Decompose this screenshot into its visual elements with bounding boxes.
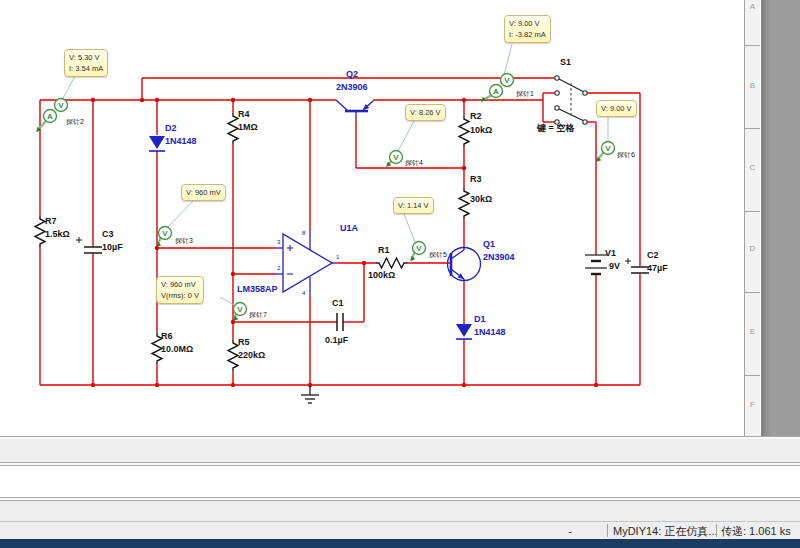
schematic-sheet[interactable]: V A V A V V: [0, 0, 745, 436]
label-r2-ref[interactable]: R2: [470, 112, 482, 121]
label-u1a-value[interactable]: LM358AP: [237, 285, 278, 294]
status-simulation-state: MyDIY14: 正在仿真...: [613, 526, 718, 537]
resistor-r3-symbol[interactable]: [459, 188, 469, 219]
probe-7[interactable]: V: [233, 303, 247, 322]
label-r5-value[interactable]: 220kΩ: [238, 351, 265, 360]
label-r4-value[interactable]: 1MΩ: [238, 123, 258, 132]
label-q1-ref[interactable]: Q1: [483, 240, 495, 249]
label-c1-value[interactable]: 0.1µF: [325, 336, 348, 345]
svg-text:V: V: [605, 144, 611, 153]
capacitor-c1-symbol[interactable]: [337, 313, 343, 331]
collapsed-panel[interactable]: [0, 439, 800, 462]
spreadsheet-view-panel[interactable]: [0, 466, 800, 497]
probe-6[interactable]: V: [596, 142, 615, 163]
probe-5-name[interactable]: 探针5: [429, 251, 447, 258]
label-s1-ref[interactable]: S1: [560, 58, 571, 67]
resistor-r4-symbol[interactable]: [228, 113, 238, 144]
probe-readout-line: I: 3.54 mA: [69, 63, 103, 74]
taskbar-edge: [0, 539, 800, 548]
ruler-letter-e: E: [745, 328, 760, 336]
ruler-letter-d: D: [745, 245, 760, 253]
label-v1-value[interactable]: 9V: [609, 262, 620, 271]
probe-1-name[interactable]: 探针1: [516, 90, 534, 97]
probe-3[interactable]: V: [156, 227, 172, 248]
label-c2-ref[interactable]: C2: [647, 251, 659, 260]
resistor-r1-symbol[interactable]: [376, 258, 407, 268]
label-d1-ref[interactable]: D1: [474, 315, 486, 324]
label-r7-ref[interactable]: R7: [45, 217, 57, 226]
label-r3-ref[interactable]: R3: [470, 175, 482, 184]
switch-s1-symbol[interactable]: [555, 76, 587, 124]
pin-number-vplus: 8: [302, 230, 305, 236]
label-r1-ref[interactable]: R1: [378, 246, 390, 255]
label-u1a-ref[interactable]: U1A: [340, 224, 358, 233]
probe-readout-line: V(rms): 0 V: [161, 290, 199, 301]
label-d2-ref[interactable]: D2: [165, 124, 177, 133]
label-d1-value[interactable]: 1N4148: [474, 328, 506, 337]
probe-3-readout[interactable]: V: 960 mV: [181, 184, 226, 201]
label-r7-value[interactable]: 1.5kΩ: [45, 230, 70, 239]
probe-7-name[interactable]: 探针7: [249, 311, 267, 318]
label-c3-ref[interactable]: C3: [102, 230, 114, 239]
probe-readout-line: I: -3.82 mA: [509, 29, 546, 40]
probe-7-readout[interactable]: V: 960 mV V(rms): 0 V: [156, 276, 204, 304]
probe-4[interactable]: V: [386, 151, 403, 168]
probe-5-readout[interactable]: V: 1.14 V: [393, 197, 434, 214]
resistor-r7-symbol[interactable]: [35, 216, 45, 247]
transistor-q1-symbol[interactable]: [448, 248, 481, 282]
resistor-r2-symbol[interactable]: [459, 116, 469, 147]
pin-number-output: 1: [336, 254, 339, 260]
diode-d2-symbol[interactable]: [149, 136, 165, 151]
label-r1-value[interactable]: 100kΩ: [368, 271, 395, 280]
probe-3-name[interactable]: 探针3: [175, 237, 193, 244]
label-r2-value[interactable]: 10kΩ: [470, 126, 492, 135]
probe-6-name[interactable]: 探针6: [617, 151, 635, 158]
probe-1-readout[interactable]: V: 9.00 V I: -3.82 mA: [504, 15, 551, 43]
opamp-u1a-symbol[interactable]: [276, 231, 338, 296]
capacitor-c3-symbol[interactable]: [76, 237, 102, 253]
status-divider: [716, 524, 717, 537]
sheet-border-line: [744, 0, 745, 436]
label-r6-value[interactable]: 10.0MΩ: [161, 345, 193, 354]
label-q2-value[interactable]: 2N3906: [336, 83, 368, 92]
label-c3-value[interactable]: 10µF: [102, 243, 123, 252]
label-d2-value[interactable]: 1N4148: [165, 137, 197, 146]
label-v1-ref[interactable]: V1: [605, 249, 616, 258]
ruler-divider: [745, 45, 760, 46]
label-q2-ref[interactable]: Q2: [346, 70, 358, 79]
resistor-r5-symbol[interactable]: [228, 340, 238, 371]
label-r5-ref[interactable]: R5: [238, 338, 250, 347]
ruler-letter-f: F: [745, 401, 760, 409]
label-s1-key[interactable]: 键 = 空格: [537, 124, 574, 133]
battery-v1-symbol[interactable]: [585, 255, 607, 274]
status-transient-time: 传递: 1.061 ks: [721, 526, 791, 537]
diode-d1-symbol[interactable]: [456, 324, 472, 339]
probe-5[interactable]: V: [410, 242, 426, 262]
ruler-divider: [745, 128, 760, 129]
probe-4-readout[interactable]: V: 8.26 V: [405, 104, 446, 121]
label-c2-value[interactable]: 47µF: [647, 264, 668, 273]
label-r6-ref[interactable]: R6: [161, 332, 173, 341]
probe-2-readout[interactable]: V: 5.30 V I: 3.54 mA: [64, 49, 108, 77]
capacitor-c2-symbol[interactable]: [625, 258, 649, 273]
ground-symbol[interactable]: [301, 385, 319, 403]
probe-2[interactable]: V A: [36, 99, 68, 133]
ruler-letter-a: A: [745, 3, 760, 11]
label-c1-ref[interactable]: C1: [332, 299, 344, 308]
probe-readout-line: V: 1.14 V: [398, 200, 429, 211]
svg-text:V: V: [58, 101, 64, 110]
label-r4-ref[interactable]: R4: [238, 110, 250, 119]
multisim-window: V A V A V V: [0, 0, 800, 548]
label-r3-value[interactable]: 30kΩ: [470, 195, 492, 204]
probe-readout-line: V: 9.00 V: [601, 103, 632, 114]
svg-text:A: A: [47, 112, 53, 121]
probe-readout-line: V: 960 mV: [161, 279, 199, 290]
pin-number-noninverting: 3: [277, 239, 280, 245]
transistor-q2-symbol[interactable]: [336, 100, 374, 120]
probe-6-readout[interactable]: V: 9.00 V: [596, 100, 637, 117]
workspace-background: [761, 0, 800, 436]
svg-text:V: V: [504, 76, 510, 85]
probe-4-name[interactable]: 探针4: [405, 159, 423, 166]
probe-2-name[interactable]: 探针2: [66, 118, 84, 125]
label-q1-value[interactable]: 2N3904: [483, 253, 515, 262]
